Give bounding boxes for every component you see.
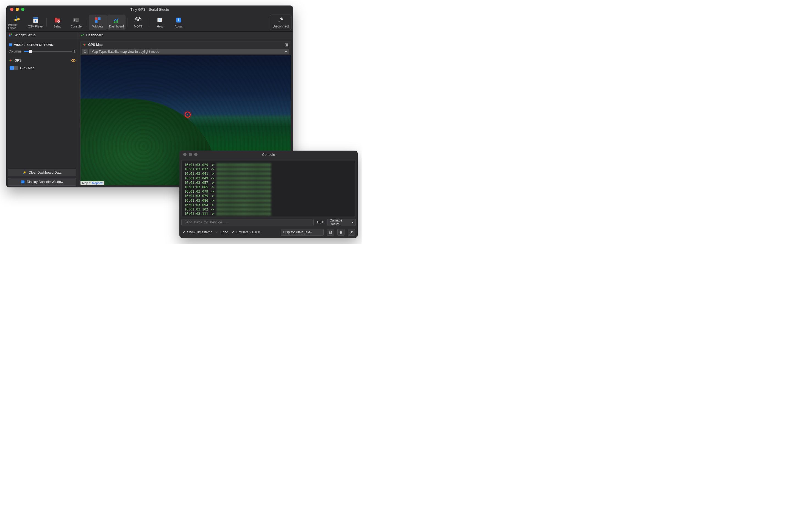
chevron-down-icon: ▾ bbox=[352, 221, 353, 224]
mqtt-button[interactable]: MQTT bbox=[129, 15, 147, 30]
terminal-line: 16:01:03.065 -> bbox=[184, 185, 353, 189]
disconnect-button[interactable]: Disconnect bbox=[270, 15, 291, 30]
emulate-vt100-checkbox[interactable]: ✔ Emulate VT-100 bbox=[231, 230, 260, 234]
clear-button[interactable] bbox=[348, 229, 355, 236]
terminal-line: 16:01:03.079 -> bbox=[184, 194, 353, 198]
toolbar-label: CSV Player bbox=[28, 25, 44, 28]
print-button[interactable] bbox=[338, 229, 345, 236]
timestamp: 16:01:03.049 -> bbox=[184, 176, 214, 180]
checkbox[interactable] bbox=[9, 66, 18, 70]
check-icon: ✔ bbox=[182, 231, 186, 234]
target-icon bbox=[83, 50, 86, 53]
toolbar: Project Editor CSV Player Setup >_ Conso… bbox=[6, 13, 293, 32]
tab-dashboard[interactable]: Dashboard bbox=[78, 32, 106, 39]
timestamp: 16:01:03.086 -> bbox=[184, 198, 214, 203]
dashboard-button[interactable]: Dashboard bbox=[108, 15, 126, 30]
map-type-dropdown[interactable]: Map Type: Satellite map view in daylight… bbox=[89, 49, 289, 54]
display-mode-dropdown[interactable]: Display: Plain Text ▾ bbox=[281, 229, 324, 236]
svg-rect-43 bbox=[340, 233, 342, 234]
group-label: GPS bbox=[15, 59, 21, 62]
checkbox-label: Show Timestamp bbox=[187, 230, 212, 234]
columns-slider[interactable] bbox=[24, 51, 72, 52]
toolbar-label: Dashboard bbox=[109, 25, 124, 28]
group-gps[interactable]: GPS bbox=[8, 58, 76, 63]
line-ending-dropdown[interactable]: Carriage Return ▾ bbox=[327, 219, 356, 226]
mapbox-link[interactable]: Mapbox bbox=[92, 182, 103, 185]
redacted-data bbox=[216, 199, 271, 202]
display-console-button[interactable]: >_ Display Console Window bbox=[8, 178, 76, 186]
svg-rect-27 bbox=[12, 60, 12, 61]
svg-text:>_: >_ bbox=[74, 18, 78, 22]
svg-rect-22 bbox=[9, 35, 11, 36]
svg-rect-39 bbox=[330, 231, 331, 232]
toolbar-separator bbox=[87, 18, 87, 27]
sidebar: VISUALIZATION OPTIONS Columns: 1 GPS GPS… bbox=[6, 39, 78, 187]
tab-label: Widget Setup bbox=[15, 33, 36, 37]
terminal-icon: >_ bbox=[73, 17, 80, 24]
play-icon bbox=[32, 17, 39, 24]
unchecked-icon: ✔ bbox=[216, 231, 219, 234]
svg-rect-40 bbox=[330, 232, 332, 233]
redacted-data bbox=[216, 212, 271, 215]
help-button[interactable]: Help bbox=[151, 15, 169, 30]
columns-row: Columns: 1 bbox=[8, 50, 76, 53]
maximize-icon[interactable] bbox=[285, 43, 288, 47]
clear-dashboard-button[interactable]: Clear Dashboard Data bbox=[8, 169, 76, 176]
terminal-line: 16:01:03.041 -> bbox=[184, 171, 353, 176]
timestamp: 16:01:03.037 -> bbox=[184, 167, 214, 171]
svg-rect-32 bbox=[83, 44, 85, 45]
redacted-data bbox=[216, 172, 271, 175]
show-timestamp-checkbox[interactable]: ✔ Show Timestamp bbox=[182, 230, 212, 234]
redacted-data bbox=[216, 194, 271, 197]
send-input[interactable] bbox=[181, 219, 314, 226]
redacted-data bbox=[216, 186, 271, 189]
widgets-button[interactable]: Widgets bbox=[89, 15, 107, 30]
project-editor-button[interactable]: Project Editor bbox=[8, 15, 26, 30]
timestamp: 16:01:03.079 -> bbox=[184, 194, 214, 198]
terminal-line: 16:01:03.094 -> bbox=[184, 203, 353, 207]
folder-gear-icon bbox=[54, 17, 61, 24]
svg-rect-26 bbox=[9, 60, 9, 61]
toolbar-label: Project Editor bbox=[8, 23, 26, 30]
svg-rect-21 bbox=[11, 34, 12, 35]
echo-checkbox[interactable]: ✔ Echo bbox=[216, 230, 228, 234]
timestamp: 16:01:03.111 -> bbox=[184, 212, 214, 216]
setup-button[interactable]: Setup bbox=[49, 15, 66, 30]
check-icon: ✔ bbox=[231, 231, 235, 234]
broom-icon bbox=[22, 171, 26, 174]
svg-rect-36 bbox=[286, 44, 288, 46]
hex-toggle[interactable]: HEX bbox=[316, 221, 325, 224]
terminal-icon: >_ bbox=[21, 180, 25, 184]
toolbar-separator bbox=[127, 18, 128, 27]
toolbar-separator bbox=[46, 18, 47, 27]
console-button[interactable]: >_ Console bbox=[67, 15, 85, 30]
toolbar-label: MQTT bbox=[134, 25, 142, 28]
terminal-output[interactable]: 16:01:03.029 ->16:01:03.037 ->16:01:03.0… bbox=[181, 160, 356, 217]
terminal-line: 16:01:03.079 -> bbox=[184, 189, 353, 194]
toolbar-label: Disconnect bbox=[272, 24, 289, 28]
svg-point-16 bbox=[137, 19, 139, 21]
about-button[interactable]: i About bbox=[170, 15, 188, 30]
terminal-line: 16:01:03.057 -> bbox=[184, 180, 353, 185]
timestamp: 16:01:03.065 -> bbox=[184, 185, 214, 189]
window-title: Console bbox=[179, 153, 358, 157]
svg-rect-34 bbox=[86, 44, 86, 45]
save-button[interactable] bbox=[327, 229, 334, 236]
sidebar-item-gps-map[interactable]: GPS Map bbox=[8, 65, 76, 71]
csv-player-button[interactable]: CSV Player bbox=[27, 15, 45, 30]
tab-strip: Widget Setup Dashboard bbox=[6, 32, 293, 39]
tab-widget-setup[interactable]: Widget Setup bbox=[6, 32, 78, 39]
eye-icon[interactable] bbox=[71, 58, 76, 63]
widgets-icon bbox=[9, 33, 13, 37]
titlebar: Tiny GPS - Serial Studio bbox=[6, 5, 293, 13]
panel-title: GPS Map bbox=[88, 43, 103, 47]
button-label: Clear Dashboard Data bbox=[28, 171, 61, 174]
checkbox-label: Emulate VT-100 bbox=[236, 230, 260, 234]
columns-value: 1 bbox=[74, 50, 76, 53]
timestamp: 16:01:03.079 -> bbox=[184, 189, 214, 194]
center-map-button[interactable] bbox=[82, 49, 88, 54]
plug-icon bbox=[277, 16, 284, 23]
svg-rect-2 bbox=[33, 17, 38, 18]
satellite-icon bbox=[8, 59, 12, 62]
svg-rect-15 bbox=[117, 20, 118, 23]
